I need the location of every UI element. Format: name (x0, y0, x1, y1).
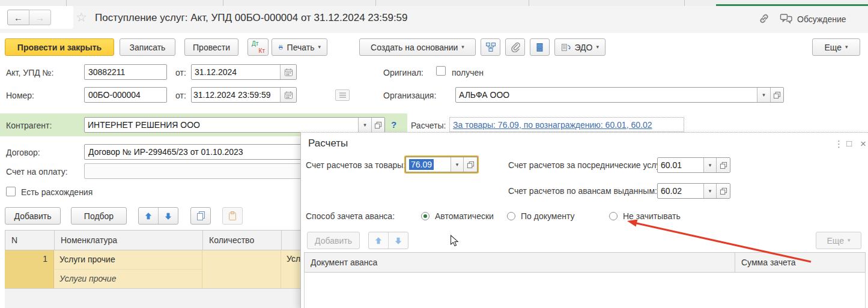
divider (684, 0, 685, 6)
page-title: Поступление услуг: Акт, УПД 00БО-000004 … (95, 12, 408, 24)
number-date-field[interactable]: 31.12.2024 23:59:59 (191, 87, 297, 103)
arrow-down-icon (394, 237, 402, 245)
dialog-close-icon[interactable]: × (860, 139, 866, 149)
copy-row-button[interactable] (190, 207, 211, 225)
attachments-button[interactable] (505, 38, 525, 56)
contractor-label: Контрагент: (6, 121, 52, 130)
contract-field[interactable]: Договор № ИР-299465/23 от 01.10.2023 (84, 144, 304, 160)
open-button[interactable] (716, 184, 730, 198)
radio-do-not-offset-label[interactable]: Не зачитывать (623, 211, 681, 221)
nomenclature-cell[interactable]: Услуги прочие Услуги прочие (54, 250, 202, 288)
print-button[interactable]: Печать ▾ (272, 38, 327, 56)
back-arrow-icon: ← (14, 13, 23, 23)
dropdown-button[interactable]: ▾ (358, 118, 371, 132)
organization-label: Организация: (383, 91, 436, 100)
move-up-button[interactable] (139, 208, 159, 224)
calendar-button[interactable] (280, 65, 296, 79)
items-pick-button[interactable]: Подбор (71, 207, 127, 225)
back-button[interactable]: ← (7, 10, 29, 25)
dropdown-button[interactable]: ▾ (703, 158, 716, 172)
quantity-cell[interactable] (202, 250, 281, 288)
edo-button[interactable]: ЭДО ▾ (554, 38, 605, 56)
arrow-up-icon (144, 212, 153, 220)
post-button[interactable]: Провести (184, 38, 238, 56)
act-number-label: Акт, УПД №: (6, 68, 54, 77)
save-button[interactable]: Записать (120, 38, 175, 56)
items-add-button[interactable]: Добавить (5, 207, 61, 225)
discrepancies-checkbox[interactable] (6, 187, 16, 196)
row-number-cell[interactable]: 1 (5, 250, 54, 288)
open-button[interactable] (770, 88, 783, 102)
radio-by-document-label[interactable]: По документу (521, 211, 575, 221)
number-list-button[interactable] (335, 89, 350, 101)
help-icon[interactable]: ? (391, 119, 396, 130)
number-label: Номер: (6, 91, 34, 100)
move-down-button[interactable] (159, 208, 178, 224)
act-number-field[interactable]: 30882211 (84, 64, 167, 80)
favorite-star-icon[interactable]: ☆ (76, 10, 87, 25)
settlements-link[interactable]: За товары: 76.09, по вознаграждению: 60.… (453, 120, 652, 130)
arrow-up-icon (374, 237, 383, 245)
open-button[interactable] (716, 158, 730, 172)
settlements-link-box[interactable]: За товары: 76.09, по вознаграждению: 60.… (449, 117, 684, 132)
dropdown-button[interactable]: ▾ (703, 184, 716, 198)
create-based-on-button[interactable]: Создать на основании ▾ (359, 38, 476, 56)
dialog-more-button: Еще ▾ (816, 232, 861, 249)
toolbar: Провести и закрыть Записать Провести Дт … (0, 33, 868, 60)
title-bar: ← → ☆ Поступление услуг: Акт, УПД 00БО-0… (0, 6, 868, 33)
invoice-field[interactable] (84, 163, 304, 179)
dialog-move-up-button (369, 232, 389, 249)
advances-table-body[interactable] (304, 273, 866, 308)
discussion-button[interactable]: Обсуждение (780, 13, 846, 25)
dtkt-button[interactable]: Дт Кт (247, 38, 269, 56)
copy-link-icon[interactable] (758, 13, 770, 26)
dropdown-button[interactable]: ▾ (757, 88, 770, 102)
radio-do-not-offset[interactable] (609, 212, 618, 220)
dialog-move-buttons (368, 232, 408, 249)
mouse-cursor (450, 235, 460, 249)
open-button[interactable] (463, 157, 477, 172)
calendar-icon (284, 68, 293, 77)
calendar-icon (284, 91, 293, 100)
dialog-maximize-icon[interactable]: □ (846, 139, 852, 148)
advances-table-header: Документ аванса Сумма зачета (304, 252, 866, 273)
column-header-nomenclature[interactable]: Номенклатура (55, 231, 203, 250)
column-header-clipped[interactable] (282, 231, 303, 250)
discrepancies-label[interactable]: Есть расхождения (21, 187, 93, 197)
advances-account-field[interactable]: 60.02 ▾ (657, 183, 730, 199)
organization-field[interactable]: АЛЬФА ООО ▾ (455, 87, 784, 103)
discussion-label: Обсуждение (797, 14, 846, 24)
contract-label: Договор: (6, 148, 40, 157)
goods-account-field[interactable]: 76.09 ▾ (405, 157, 478, 172)
act-date-field[interactable]: 31.12.2024 (191, 64, 297, 80)
dialog-menu-icon[interactable]: ⋮ (834, 139, 843, 148)
column-header-advance-document[interactable]: Документ аванса (305, 253, 735, 272)
radio-automatic-label[interactable]: Автоматически (435, 211, 494, 221)
table-empty-area (5, 289, 303, 308)
table-row[interactable]: 1 Услуги прочие Услуги прочие Усл (5, 250, 303, 289)
calendar-button[interactable] (280, 88, 296, 102)
original-checkbox[interactable] (436, 66, 446, 76)
radio-automatic[interactable] (421, 212, 429, 220)
report-icon (535, 43, 544, 52)
column-header-offset-amount[interactable]: Сумма зачета (735, 253, 865, 272)
move-buttons (138, 207, 178, 225)
related-documents-icon (485, 42, 496, 52)
post-and-close-button[interactable]: Провести и закрыть (5, 38, 114, 56)
column-header-quantity[interactable]: Количество (203, 231, 282, 250)
reports-button[interactable] (530, 38, 550, 56)
related-documents-button[interactable] (481, 38, 500, 56)
open-icon (773, 91, 781, 99)
original-checkbox-label[interactable]: получен (452, 68, 484, 77)
radio-by-document[interactable] (507, 212, 515, 220)
open-icon (467, 161, 475, 169)
dropdown-button[interactable]: ▾ (451, 157, 463, 172)
paste-row-button (222, 207, 243, 225)
column-header-n[interactable]: N (5, 231, 55, 250)
open-button[interactable] (371, 118, 384, 132)
more-button[interactable]: Еще ▾ (812, 38, 860, 56)
intermediary-account-field[interactable]: 60.01 ▾ (657, 157, 730, 173)
number-field[interactable]: 00БО-000004 (84, 87, 167, 103)
contractor-field[interactable]: ИНТЕРНЕТ РЕШЕНИЯ ООО ▾ (84, 117, 385, 133)
dialog-title: Расчеты (308, 137, 348, 149)
